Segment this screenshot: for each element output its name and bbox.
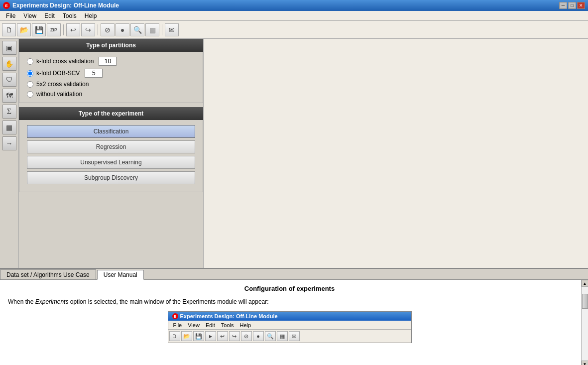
mini-window-illustration: E Experiments Design: Off-Line Module Fi… <box>168 311 412 343</box>
experiment-content: Classification Regression Unsupervised L… <box>19 120 203 192</box>
new-button[interactable]: 🗋 <box>2 23 16 36</box>
mini-menu-file[interactable]: File <box>170 322 185 329</box>
grid-icon[interactable]: ▦ <box>2 121 16 134</box>
radio-no-val: without validation <box>27 91 195 98</box>
window-title: Experiments Design: Off-Line Module <box>12 2 119 9</box>
sidebar-icons: ▣ ✋ 🛡 🗺 Σ ▦ → <box>0 39 19 268</box>
main-layout: ▣ ✋ 🛡 🗺 Σ ▦ → Type of partitions k-fold … <box>0 39 588 268</box>
arrow-icon[interactable]: → <box>2 136 16 150</box>
radio-kfold-dob-input[interactable] <box>27 70 33 77</box>
map-icon[interactable]: 🗺 <box>2 89 16 103</box>
tab-content-user-manual: ▲ ▼ Configuration of experiments When th… <box>0 280 588 365</box>
radio-kfold: k-fold cross validation <box>27 57 195 66</box>
radio-5x2: 5x2 cross validation <box>27 81 195 88</box>
manual-intro-before: When the <box>8 298 35 305</box>
mini-menu-help[interactable]: Help <box>237 322 254 329</box>
tab-bar: Data set / Algorithms Use Case User Manu… <box>0 269 588 280</box>
menu-file[interactable]: File <box>2 11 19 20</box>
menu-view[interactable]: View <box>19 11 40 20</box>
zip-button[interactable]: ZIP <box>47 23 61 36</box>
mini-menu-bar: File View Edit Tools Help <box>168 321 411 330</box>
graph-button[interactable]: ▦ <box>145 23 159 36</box>
partitions-header: Type of partitions <box>19 39 203 52</box>
manual-intro: When the Experiments option is selected,… <box>8 297 571 306</box>
mini-tb-9: 🔍 <box>265 331 276 341</box>
manual-experiments-word: Experiments <box>35 298 69 305</box>
menu-help[interactable]: Help <box>81 11 101 20</box>
sigma-icon[interactable]: Σ <box>2 105 16 119</box>
toolbar-sep-3 <box>162 24 162 35</box>
subgroup-discovery-button[interactable]: Subgroup Discovery <box>27 171 195 184</box>
stop-button[interactable]: ● <box>116 23 129 36</box>
shield-icon[interactable]: 🛡 <box>2 73 16 87</box>
scroll-down-arrow[interactable]: ▼ <box>582 361 588 365</box>
toolbar-sep-1 <box>63 24 64 35</box>
mini-tb-4: ▶ <box>205 331 216 341</box>
toolbar-sep-2 <box>98 24 98 35</box>
mini-window-title: Experiments Design: Off-Line Module <box>180 313 278 319</box>
mini-tb-1: 🗋 <box>169 331 180 341</box>
tab-dataset[interactable]: Data set / Algorithms Use Case <box>0 269 96 279</box>
scroll-up-arrow[interactable]: ▲ <box>582 280 588 287</box>
mini-tb-3: 💾 <box>193 331 204 341</box>
redo-button[interactable]: ↪ <box>81 23 95 36</box>
close-button[interactable]: ✕ <box>577 2 585 9</box>
experiment-header: Type of the experiment <box>19 107 203 120</box>
radio-5x2-input[interactable] <box>27 81 33 88</box>
radio-no-val-input[interactable] <box>27 91 33 98</box>
kfold-value-input[interactable] <box>99 57 117 66</box>
regression-button[interactable]: Regression <box>27 140 195 153</box>
save-button[interactable]: 💾 <box>32 23 46 36</box>
unsupervised-learning-button[interactable]: Unsupervised Learning <box>27 156 195 169</box>
radio-5x2-label[interactable]: 5x2 cross validation <box>36 81 89 88</box>
menu-edit[interactable]: Edit <box>40 11 59 20</box>
hand-icon[interactable]: ✋ <box>2 57 16 71</box>
tab-user-manual[interactable]: User Manual <box>97 270 144 280</box>
search-button[interactable]: 🔍 <box>130 23 144 36</box>
kfold-dob-value-input[interactable] <box>85 69 103 78</box>
partitions-content: k-fold cross validation k-fold DOB-SCV 5… <box>19 52 203 103</box>
bottom-section: Data set / Algorithms Use Case User Manu… <box>0 268 588 365</box>
radio-no-val-label[interactable]: without validation <box>36 91 82 98</box>
title-bar-controls: ─ □ ✕ <box>559 2 585 9</box>
mini-tb-7: ⊘ <box>241 331 252 341</box>
mini-app-icon: E <box>172 313 178 319</box>
undo-button[interactable]: ↩ <box>66 23 80 36</box>
manual-intro-after: option is selected, the main window of t… <box>68 298 268 305</box>
mini-tb-11: ✉ <box>289 331 300 341</box>
radio-kfold-dob: k-fold DOB-SCV <box>27 69 195 78</box>
mini-toolbar: 🗋 📂 💾 ▶ ↩ ↪ ⊘ ● 🔍 ▦ ✉ <box>168 330 411 343</box>
menu-bar: File View Edit Tools Help <box>0 11 588 21</box>
title-bar: E Experiments Design: Off-Line Module ─ … <box>0 0 588 11</box>
mini-tb-8: ● <box>253 331 264 341</box>
mini-menu-edit[interactable]: Edit <box>203 322 218 329</box>
menu-tools[interactable]: Tools <box>59 11 81 20</box>
open-button[interactable]: 📂 <box>17 23 31 36</box>
mini-tb-10: ▦ <box>277 331 288 341</box>
radio-kfold-dob-label[interactable]: k-fold DOB-SCV <box>36 70 80 77</box>
title-bar-left: E Experiments Design: Off-Line Module <box>3 2 119 9</box>
mini-title-bar: E Experiments Design: Off-Line Module <box>168 312 411 321</box>
experiment-section: Type of the experiment Classification Re… <box>19 107 203 196</box>
toolbar: 🗋 📂 💾 ZIP ↩ ↪ ⊘ ● 🔍 ▦ ✉ <box>0 21 588 39</box>
mini-tb-5: ↩ <box>217 331 228 341</box>
right-panel <box>203 39 588 268</box>
mini-tb-2: 📂 <box>181 331 192 341</box>
mini-menu-tools[interactable]: Tools <box>218 322 237 329</box>
classification-button[interactable]: Classification <box>27 125 195 138</box>
cancel-button[interactable]: ⊘ <box>101 23 115 36</box>
left-panel: Type of partitions k-fold cross validati… <box>19 39 203 268</box>
manual-title: Configuration of experiments <box>8 285 571 292</box>
maximize-button[interactable]: □ <box>568 2 576 9</box>
radio-kfold-label[interactable]: k-fold cross validation <box>36 58 94 65</box>
app-icon: E <box>3 2 10 9</box>
mini-menu-view[interactable]: View <box>185 322 203 329</box>
scroll-thumb[interactable] <box>582 294 588 309</box>
radio-kfold-input[interactable] <box>27 58 33 65</box>
mini-tb-6: ↪ <box>229 331 240 341</box>
minimize-button[interactable]: ─ <box>559 2 567 9</box>
scrollbar-vertical[interactable]: ▲ ▼ <box>581 280 588 365</box>
select-icon[interactable]: ▣ <box>2 41 16 55</box>
email-button[interactable]: ✉ <box>165 23 179 36</box>
partitions-section: Type of partitions k-fold cross validati… <box>19 39 203 107</box>
